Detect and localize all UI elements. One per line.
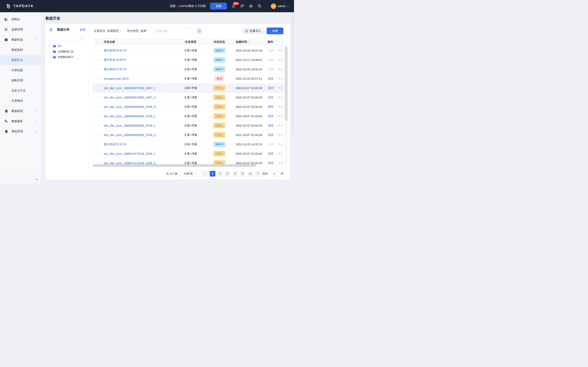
start-action[interactable]: 启动 [268, 152, 273, 155]
row-checkbox[interactable] [97, 68, 100, 71]
sidebar-subitem-shared-mining[interactable]: 共享挖掘 [0, 65, 41, 75]
task-name-link[interactable]: 新任务@18:08:07 [104, 58, 126, 61]
notifications-button[interactable]: 99+ [231, 4, 236, 8]
table-row[interactable]: test_dev_sync_1666680999862_9709_3 全量+增量… [93, 102, 283, 111]
language-switch-button[interactable]: 中 En [258, 4, 262, 8]
tree-item[interactable]: 销售数据统计 [49, 54, 85, 60]
table-row[interactable]: 2mysql-js-join-2473 全量+增量 错误 2022-10-25 … [93, 74, 283, 83]
task-name-link[interactable]: 新任务@18:42:19 [104, 49, 126, 52]
stop-action[interactable]: 停止 [278, 142, 283, 146]
stop-action[interactable]: 停止 [278, 114, 283, 118]
stop-action[interactable]: 停止 [278, 49, 283, 52]
row-checkbox[interactable] [97, 86, 100, 90]
page-button[interactable]: 4 [232, 171, 238, 176]
tree-item-checkbox[interactable] [49, 50, 51, 53]
sidebar-subitem-function-management[interactable]: 函数管理 [0, 75, 41, 86]
row-checkbox[interactable] [97, 115, 100, 118]
stop-action[interactable]: 停止 [278, 86, 283, 90]
add-classification-link[interactable]: 新增 [80, 28, 85, 32]
row-checkbox[interactable] [97, 143, 100, 146]
column-header-task-name[interactable]: 任务名称 [102, 40, 172, 44]
task-name-link[interactable]: test_dev_sync_1666680999862_9709_3 [104, 105, 155, 108]
sidebar-item-data-discovery[interactable]: 数据发现 [0, 106, 41, 116]
start-action[interactable]: 启动 [268, 58, 273, 61]
start-action[interactable]: 启动 [268, 114, 273, 118]
table-row[interactable]: 新任务@18:42:19 全量+增量 编辑中 2022-10-28 18:42:… [93, 46, 283, 55]
task-name-link[interactable]: test_dev_sync_1666680999862_9709_0 [104, 133, 155, 137]
page-button[interactable]: 3 [225, 171, 231, 176]
settings-button[interactable] [249, 4, 253, 8]
tree-item-checkbox[interactable] [49, 45, 51, 47]
stop-action[interactable]: 停止 [278, 124, 283, 127]
start-action[interactable]: 启动 [268, 124, 273, 127]
start-action[interactable]: 启动 [268, 49, 273, 52]
start-action[interactable]: 启动 [268, 133, 273, 136]
task-name-link[interactable]: test_dev_sync_1666683370950_3487_0 [104, 96, 155, 99]
goto-page-input[interactable] [270, 171, 279, 176]
tree-item[interactable]: 运营数据汇总 [49, 49, 85, 54]
row-checkbox[interactable] [97, 124, 100, 127]
row-checkbox[interactable] [97, 49, 100, 52]
collapse-tree-icon[interactable] [49, 28, 53, 32]
tree-item[interactable]: XX [49, 43, 85, 49]
table-row[interactable]: 新任务@14:33:18 全量+增量 编辑中 2022-10-25 14:33:… [93, 65, 283, 74]
table-row[interactable]: 新任务@14:32:24 全量+增量 编辑中 2022-10-25 14:32:… [93, 140, 283, 149]
column-header-task-type[interactable]: 任务类型 [172, 40, 209, 44]
stop-action[interactable]: 停止 [278, 77, 283, 80]
table-row[interactable]: 新任务@18:08:07 全量+增量 编辑中 2022-10-27 18:08:… [93, 55, 283, 65]
start-action[interactable]: 启动 [268, 86, 273, 90]
collapse-sidebar-button[interactable]: « [36, 177, 38, 181]
tree-item-checkbox[interactable] [49, 56, 51, 58]
stop-action[interactable]: 停止 [278, 133, 283, 136]
row-checkbox[interactable] [97, 133, 100, 136]
row-checkbox[interactable] [97, 105, 100, 108]
stop-action[interactable]: 停止 [278, 58, 283, 61]
sidebar-item-system-management[interactable]: 系统管理 [0, 126, 41, 137]
row-checkbox[interactable] [97, 96, 100, 99]
task-name-link[interactable]: 新任务@14:32:24 [104, 142, 126, 146]
table-row[interactable]: test_dev_sync_1666683370950_3487_1 全量+增量… [93, 83, 283, 93]
task-name-link[interactable]: test_dev_sync_1666673170194_5299_1 [104, 152, 155, 155]
page-scrollbar-thumb[interactable] [292, 13, 293, 131]
column-header-task-status[interactable]: 任务状态 [209, 40, 229, 44]
stop-action[interactable]: 停止 [278, 67, 283, 71]
task-name-link[interactable]: 新任务@14:33:18 [104, 67, 126, 71]
page-button[interactable]: 6 [247, 171, 253, 176]
new-task-button[interactable]: 新建 [210, 3, 227, 9]
table-row[interactable]: test_dev_sync_1666680999862_9709_1 全量+增量… [93, 121, 283, 130]
select-all-checkbox[interactable] [97, 40, 100, 43]
row-checkbox[interactable] [97, 152, 100, 155]
start-action[interactable]: 启动 [268, 105, 273, 108]
user-menu[interactable]: a admin [271, 3, 289, 9]
table-row[interactable]: test_dev_sync_1666680999862_9709_0 全量+增量… [93, 130, 283, 140]
sidebar-subitem-custom-node[interactable]: 自定义节点 [0, 86, 41, 96]
batch-import-button[interactable]: 批量导入 [242, 27, 264, 34]
start-action[interactable]: 启动 [268, 161, 273, 165]
start-action[interactable]: 启动 [268, 77, 273, 80]
sort-icon[interactable] [249, 41, 250, 43]
task-name-link[interactable]: 2mysql-js-join-2473 [104, 77, 129, 80]
task-name-link[interactable]: test_dev_sync_1666683370950_3487_1 [104, 86, 155, 90]
row-checkbox[interactable] [97, 58, 100, 61]
sidebar-subitem-data-replication[interactable]: 数据复制 [0, 45, 41, 55]
page-size-select[interactable]: 20条/页 [180, 171, 200, 177]
sidebar-item-pipeline[interactable]: 数据管道 [0, 35, 41, 45]
stop-action[interactable]: 停止 [278, 152, 283, 155]
table-row[interactable]: test_dev_sync_1666673170194_5299_1 全量+增量… [93, 149, 283, 158]
page-button[interactable]: 5 [240, 171, 246, 176]
create-button[interactable]: 创建 [267, 27, 283, 34]
start-action[interactable]: 启动 [268, 96, 273, 99]
horizontal-scrollbar-thumb[interactable] [93, 164, 256, 167]
column-header-created-time[interactable]: 创建时间 [229, 40, 267, 44]
sidebar-item-console[interactable]: 控制台 [0, 14, 41, 25]
task-name-link[interactable]: test_dev_sync_1666680999862_9709_1 [104, 124, 155, 127]
classification-search-input[interactable] [51, 36, 80, 40]
sidebar-item-data-services[interactable]: 数据服务 [0, 116, 41, 126]
page-button[interactable]: 2 [217, 171, 223, 176]
start-action[interactable]: 启动 [268, 67, 273, 71]
page-button[interactable]: 1 [210, 171, 215, 176]
help-button[interactable]: ? [240, 4, 244, 8]
next-page-button[interactable] [255, 171, 261, 176]
status-filter-select[interactable]: 全部状态 [107, 29, 121, 33]
vertical-scrollbar-thumb[interactable] [285, 46, 287, 121]
